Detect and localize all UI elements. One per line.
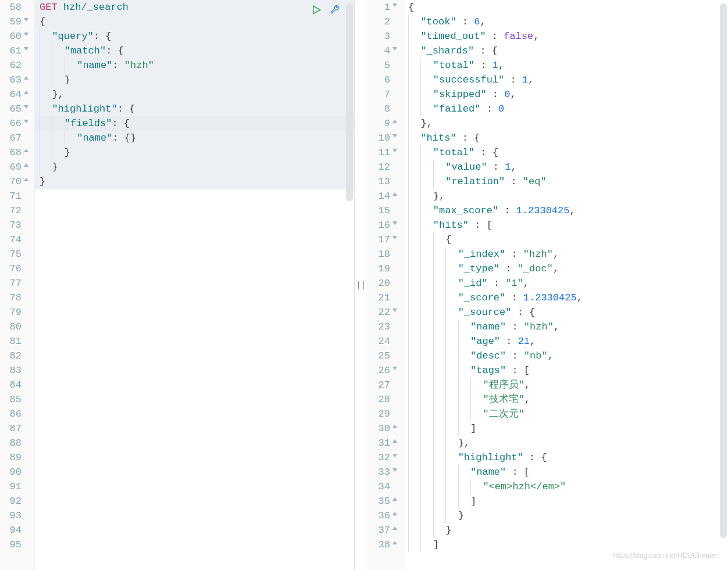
fold-toggle-icon[interactable] [24, 33, 28, 36]
fold-toggle-icon[interactable] [24, 120, 28, 123]
code-line[interactable]: } [404, 508, 728, 523]
code-line[interactable]: GET hzh/_search [35, 0, 354, 15]
code-line[interactable]: "match": { [35, 44, 354, 58]
response-viewer[interactable]: { "took" : 6, "timed_out" : false, "_sha… [404, 0, 728, 570]
left-scrollbar[interactable] [346, 3, 353, 201]
fold-toggle-icon[interactable] [392, 236, 397, 239]
code-line[interactable]: "highlight": { [35, 102, 354, 116]
fold-toggle-icon[interactable] [392, 526, 397, 530]
code-line[interactable] [35, 305, 354, 320]
code-line[interactable]: ] [404, 421, 728, 436]
code-line[interactable]: { [404, 232, 728, 247]
fold-toggle-icon[interactable] [392, 47, 397, 51]
code-line[interactable] [35, 291, 354, 305]
code-line[interactable]: "skipped" : 0, [404, 87, 728, 102]
fold-toggle-icon[interactable] [24, 76, 28, 80]
code-line[interactable]: "failed" : 0 [404, 102, 728, 116]
code-line[interactable]: "desc" : "nb", [404, 349, 728, 363]
code-line[interactable]: "_score" : 1.2330425, [404, 291, 728, 305]
code-line[interactable] [35, 508, 354, 523]
code-line[interactable]: "_type" : "_doc", [404, 261, 728, 276]
code-line[interactable] [35, 276, 354, 291]
fold-toggle-icon[interactable] [24, 178, 28, 181]
code-line[interactable]: "name": {} [35, 131, 354, 145]
code-line[interactable]: } [35, 160, 354, 174]
code-line[interactable]: "took" : 6, [404, 15, 728, 29]
fold-toggle-icon[interactable] [24, 149, 28, 152]
fold-toggle-icon[interactable] [392, 512, 397, 515]
code-line[interactable]: "timed_out" : false, [404, 29, 728, 44]
code-line[interactable]: "hits" : [ [404, 218, 728, 232]
code-line[interactable] [35, 450, 354, 465]
code-line[interactable]: "total" : { [404, 145, 728, 160]
fold-toggle-icon[interactable] [392, 3, 397, 7]
code-line[interactable]: "value" : 1, [404, 160, 728, 174]
request-editor[interactable]: GET hzh/_search{ "query": { "match": { "… [35, 0, 354, 570]
code-line[interactable]: { [35, 15, 354, 29]
code-line[interactable]: "total" : 1, [404, 58, 728, 73]
code-line[interactable]: } [35, 174, 354, 189]
fold-toggle-icon[interactable] [392, 468, 397, 472]
code-line[interactable]: "_source" : { [404, 305, 728, 320]
right-scrollbar[interactable] [720, 3, 727, 538]
code-line[interactable]: }, [404, 189, 728, 203]
fold-toggle-icon[interactable] [392, 120, 397, 123]
fold-toggle-icon[interactable] [24, 47, 28, 51]
code-line[interactable] [35, 407, 354, 421]
code-line[interactable] [35, 334, 354, 349]
fold-toggle-icon[interactable] [392, 439, 397, 443]
code-line[interactable]: "name": "hzh" [35, 58, 354, 73]
code-line[interactable]: "query": { [35, 29, 354, 44]
code-line[interactable]: ] [404, 494, 728, 508]
code-line[interactable]: "relation" : "eq" [404, 174, 728, 189]
code-line[interactable] [35, 203, 354, 218]
code-line[interactable]: "_index" : "hzh", [404, 247, 728, 261]
code-line[interactable] [35, 436, 354, 450]
code-line[interactable] [35, 189, 354, 203]
code-line[interactable]: "_shards" : { [404, 44, 728, 58]
code-line[interactable]: "程序员", [404, 378, 728, 392]
code-line[interactable]: } [35, 145, 354, 160]
fold-toggle-icon[interactable] [392, 425, 397, 428]
fold-toggle-icon[interactable] [392, 192, 397, 196]
run-icon[interactable] [310, 3, 323, 16]
fold-toggle-icon[interactable] [392, 367, 397, 370]
code-line[interactable]: "name" : [ [404, 465, 728, 479]
wrench-icon[interactable] [329, 3, 341, 16]
code-line[interactable] [35, 218, 354, 232]
code-line[interactable]: } [404, 523, 728, 537]
code-line[interactable]: { [404, 0, 728, 15]
code-line[interactable] [35, 349, 354, 363]
code-line[interactable]: "二次元" [404, 407, 728, 421]
code-line[interactable]: }, [404, 436, 728, 450]
code-line[interactable] [35, 378, 354, 392]
code-line[interactable] [35, 465, 354, 479]
code-line[interactable]: "highlight" : { [404, 450, 728, 465]
code-line[interactable]: }, [404, 116, 728, 131]
fold-toggle-icon[interactable] [392, 541, 397, 544]
code-line[interactable]: "fields": { [35, 116, 354, 131]
fold-toggle-icon[interactable] [24, 91, 28, 94]
code-line[interactable] [35, 363, 354, 378]
code-line[interactable]: "name" : "hzh", [404, 320, 728, 334]
code-line[interactable] [35, 261, 354, 276]
fold-toggle-icon[interactable] [392, 497, 397, 501]
code-line[interactable] [35, 247, 354, 261]
code-line[interactable]: "<em>hzh</em>" [404, 479, 728, 494]
code-line[interactable] [35, 392, 354, 407]
fold-toggle-icon[interactable] [24, 18, 28, 21]
code-line[interactable]: "技术宅", [404, 392, 728, 407]
code-line[interactable] [35, 320, 354, 334]
code-line[interactable]: ] [404, 537, 728, 552]
code-line[interactable] [35, 494, 354, 508]
fold-toggle-icon[interactable] [24, 105, 28, 109]
fold-toggle-icon[interactable] [24, 163, 28, 167]
code-line[interactable]: "hits" : { [404, 131, 728, 145]
code-line[interactable] [35, 421, 354, 436]
code-line[interactable] [35, 232, 354, 247]
fold-toggle-icon[interactable] [392, 309, 397, 312]
code-line[interactable] [35, 479, 354, 494]
code-line[interactable]: "successful" : 1, [404, 73, 728, 87]
code-line[interactable]: "tags" : [ [404, 363, 728, 378]
code-line[interactable]: } [35, 73, 354, 87]
